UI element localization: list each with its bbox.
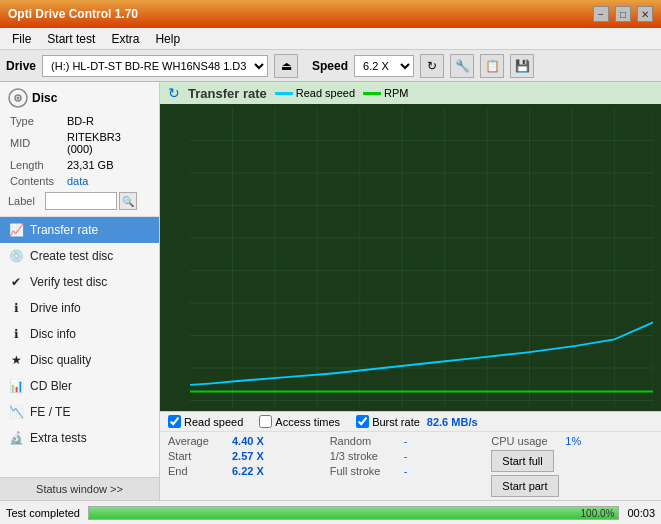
random-value: - [404, 435, 408, 447]
start-label: Start [168, 450, 228, 462]
access-times-checkbox-label: Access times [275, 416, 340, 428]
app-title: Opti Drive Control 1.70 [8, 7, 138, 21]
checkbox-burst-rate[interactable]: Burst rate 82.6 MB/s [356, 415, 477, 428]
menu-file[interactable]: File [4, 30, 39, 48]
cpu-value: 1% [565, 435, 581, 447]
access-times-checkbox[interactable] [259, 415, 272, 428]
config-button[interactable]: 🔧 [450, 54, 474, 78]
start-value: 2.57 X [232, 450, 264, 462]
label-input[interactable] [45, 192, 117, 210]
nav-disc-info-label: Disc info [30, 327, 76, 341]
nav-create-test-disc[interactable]: 💿 Create test disc [0, 243, 159, 269]
speed-label: Speed [312, 59, 348, 73]
nav-disc-quality[interactable]: ★ Disc quality [0, 347, 159, 373]
menu-start-test[interactable]: Start test [39, 30, 103, 48]
nav-fe-te-label: FE / TE [30, 405, 70, 419]
content-area: ↻ Transfer rate Read speed RPM [160, 82, 661, 500]
nav-disc-quality-label: Disc quality [30, 353, 91, 367]
random-row: Random - [330, 434, 492, 448]
close-button[interactable]: ✕ [637, 6, 653, 22]
drive-select[interactable]: (H:) HL-DT-ST BD-RE WH16NS48 1.D3 [42, 55, 268, 77]
nav-create-test-disc-label: Create test disc [30, 249, 113, 263]
save-button[interactable]: 💾 [510, 54, 534, 78]
eject-button[interactable]: ⏏ [274, 54, 298, 78]
menu-extra[interactable]: Extra [103, 30, 147, 48]
nav-verify-test-disc[interactable]: ✔ Verify test disc [0, 269, 159, 295]
checkboxes-row: Read speed Access times Burst rate 82.6 … [160, 412, 661, 432]
svg-point-2 [17, 97, 20, 100]
burst-rate-value: 82.6 MB/s [427, 416, 478, 428]
nav-drive-info[interactable]: ℹ Drive info [0, 295, 159, 321]
refresh-button[interactable]: ↻ [420, 54, 444, 78]
maximize-button[interactable]: □ [615, 6, 631, 22]
start-full-button[interactable]: Start full [491, 450, 553, 472]
checkbox-read-speed[interactable]: Read speed [168, 415, 243, 428]
start-part-row: Start part [491, 474, 653, 498]
legend-read-speed-color [275, 92, 293, 95]
average-value: 4.40 X [232, 435, 264, 447]
chart-title: Transfer rate [188, 86, 267, 101]
fullstroke-value: - [404, 465, 408, 477]
nav-disc-info[interactable]: ℹ Disc info [0, 321, 159, 347]
nav-extra-tests[interactable]: 🔬 Extra tests [0, 425, 159, 451]
stats-col-2: Random - 1/3 stroke - Full stroke - [330, 434, 492, 498]
length-label: Length [10, 158, 65, 172]
legend-read-speed: Read speed [275, 87, 355, 99]
time-text: 00:03 [627, 507, 655, 519]
checkbox-access-times[interactable]: Access times [259, 415, 340, 428]
minimize-button[interactable]: − [593, 6, 609, 22]
status-window-button[interactable]: Status window >> [0, 477, 159, 500]
speed-select[interactable]: 6.2 X [354, 55, 414, 77]
mid-label: MID [10, 130, 65, 156]
cpu-label: CPU usage [491, 435, 561, 447]
nav-cd-bler-label: CD Bler [30, 379, 72, 393]
menubar: File Start test Extra Help [0, 28, 661, 50]
drive-info-icon: ℹ [8, 300, 24, 316]
type-label: Type [10, 114, 65, 128]
read-speed-checkbox-label: Read speed [184, 416, 243, 428]
main-layout: Disc Type BD-R MID RITEKBR3 (000) Length… [0, 82, 661, 500]
fullstroke-row: Full stroke - [330, 464, 492, 478]
nav-transfer-rate[interactable]: 📈 Transfer rate [0, 217, 159, 243]
chart-svg: 18 X 16 X 14 X 12 X 10 X 8 X 6 X 4 X 2 X… [190, 108, 653, 407]
drive-label: Drive [6, 59, 36, 73]
nav-cd-bler[interactable]: 📊 CD Bler [0, 373, 159, 399]
statusbar: Test completed 100.0% 00:03 [0, 500, 661, 524]
stroke13-row: 1/3 stroke - [330, 449, 492, 463]
copy-button[interactable]: 📋 [480, 54, 504, 78]
legend-rpm-color [363, 92, 381, 95]
start-row: Start 2.57 X [168, 449, 330, 463]
window-controls: − □ ✕ [593, 6, 653, 22]
cd-bler-icon: 📊 [8, 378, 24, 394]
start-part-button[interactable]: Start part [491, 475, 558, 497]
create-disc-icon: 💿 [8, 248, 24, 264]
disc-info-table: Type BD-R MID RITEKBR3 (000) Length 23,3… [8, 112, 151, 190]
legend-rpm-label: RPM [384, 87, 408, 99]
stats-col-1: Average 4.40 X Start 2.57 X End 6.22 X [168, 434, 330, 498]
nav-transfer-rate-label: Transfer rate [30, 223, 98, 237]
mid-value: RITEKBR3 (000) [67, 130, 149, 156]
random-label: Random [330, 435, 400, 447]
contents-value: data [67, 174, 149, 188]
svg-rect-3 [190, 108, 653, 407]
menu-help[interactable]: Help [147, 30, 188, 48]
nav-fe-te[interactable]: 📉 FE / TE [0, 399, 159, 425]
burst-rate-checkbox[interactable] [356, 415, 369, 428]
data-panel: Read speed Access times Burst rate 82.6 … [160, 411, 661, 500]
disc-panel: Disc Type BD-R MID RITEKBR3 (000) Length… [0, 82, 159, 217]
cpu-row: CPU usage 1% [491, 434, 653, 448]
nav-drive-info-label: Drive info [30, 301, 81, 315]
read-speed-checkbox[interactable] [168, 415, 181, 428]
chart-title-icon: ↻ [168, 85, 180, 101]
end-row: End 6.22 X [168, 464, 330, 478]
stroke13-value: - [404, 450, 408, 462]
disc-icon [8, 88, 28, 108]
disc-header: Disc [8, 88, 151, 108]
contents-label: Contents [10, 174, 65, 188]
label-label: Label [8, 195, 43, 207]
label-row: Label 🔍 [8, 192, 151, 210]
end-label: End [168, 465, 228, 477]
stroke13-label: 1/3 stroke [330, 450, 400, 462]
label-browse-button[interactable]: 🔍 [119, 192, 137, 210]
type-value: BD-R [67, 114, 149, 128]
